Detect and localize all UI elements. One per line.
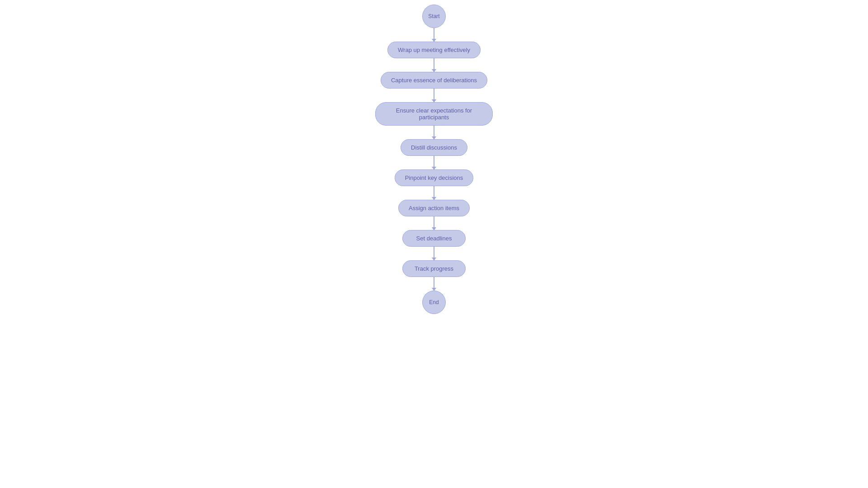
connector-6 bbox=[434, 216, 434, 230]
connector-8 bbox=[434, 277, 434, 291]
node-track[interactable]: Track progress bbox=[402, 260, 466, 277]
node-end[interactable]: End bbox=[422, 291, 446, 314]
connector-4 bbox=[434, 156, 434, 169]
connector-0 bbox=[434, 28, 434, 42]
node-ensure[interactable]: Ensure clear expectations for participan… bbox=[375, 102, 493, 126]
connector-2 bbox=[434, 89, 434, 102]
connector-7 bbox=[434, 247, 434, 260]
node-wrap-up[interactable]: Wrap up meeting effectively bbox=[387, 42, 481, 58]
node-assign[interactable]: Assign action items bbox=[398, 200, 470, 216]
connector-3 bbox=[434, 126, 434, 139]
node-capture[interactable]: Capture essence of deliberations bbox=[381, 72, 487, 89]
connector-1 bbox=[434, 58, 434, 72]
node-pinpoint[interactable]: Pinpoint key decisions bbox=[395, 169, 474, 186]
connector-5 bbox=[434, 186, 434, 200]
node-distill[interactable]: Distill discussions bbox=[401, 139, 467, 156]
node-set-deadlines[interactable]: Set deadlines bbox=[402, 230, 466, 247]
node-start[interactable]: Start bbox=[422, 5, 446, 28]
flowchart-diagram: Start Wrap up meeting effectively Captur… bbox=[344, 0, 524, 488]
